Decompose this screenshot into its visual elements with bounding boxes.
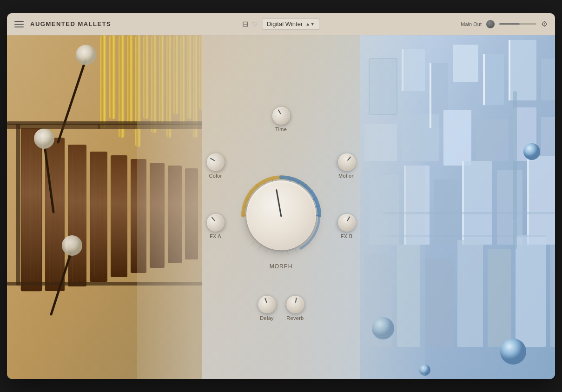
reverb-label: Reverb [286, 315, 304, 321]
fxb-knob-wrapper: FX B [338, 214, 356, 239]
time-knob-wrapper: Time [272, 107, 290, 132]
motion-knob-wrapper: Motion [338, 153, 356, 179]
color-label: Color [209, 173, 222, 179]
morph-knob[interactable] [246, 180, 316, 250]
svg-line-114 [258, 246, 261, 249]
controls-container: Time Color Motion FX A [193, 107, 370, 330]
reverb-knob-wrapper: Reverb [286, 296, 304, 321]
fxa-knob-wrapper: FX A [207, 214, 225, 239]
time-label: Time [275, 126, 287, 132]
morph-outer [237, 171, 325, 259]
color-knob-wrapper: Color [207, 153, 225, 179]
menu-button[interactable] [14, 21, 24, 27]
svg-line-116 [274, 250, 275, 254]
fxb-label: FX B [341, 233, 353, 239]
delay-label: Delay [260, 315, 274, 321]
preset-name: Digital Winter [267, 20, 303, 27]
fxa-label: FX A [210, 233, 221, 239]
app-title: AUGMENTED MALLETS [30, 20, 111, 27]
volume-slider[interactable] [499, 23, 536, 25]
volume-knob[interactable] [486, 20, 495, 28]
motion-knob[interactable] [335, 151, 358, 173]
fxa-knob[interactable] [204, 211, 227, 234]
favorite-icon[interactable]: ♡ [252, 20, 258, 28]
preset-selector[interactable]: Digital Winter ▲▼ [262, 18, 320, 30]
morph-label: MORPH [270, 263, 293, 270]
center-controls: Time Color Motion FX A [7, 58, 555, 379]
header-right: Main Out ⚙ [461, 20, 548, 28]
svg-line-113 [251, 242, 254, 245]
settings-icon[interactable]: ⚙ [541, 20, 548, 28]
svg-line-118 [287, 250, 288, 254]
browser-icon[interactable]: ⊟ [242, 20, 248, 28]
time-knob[interactable] [270, 105, 292, 126]
svg-line-115 [266, 249, 268, 252]
fxb-knob[interactable] [336, 212, 357, 233]
morph-container: MORPH [237, 171, 325, 270]
delay-knob[interactable] [257, 294, 277, 314]
delay-knob-wrapper: Delay [258, 296, 276, 321]
svg-line-119 [295, 249, 297, 252]
color-knob[interactable] [204, 150, 228, 174]
reverb-knob[interactable] [285, 295, 304, 314]
preset-arrows: ▲▼ [305, 21, 315, 27]
background: Time Color Motion FX A [7, 35, 555, 379]
main-out-label: Main Out [461, 21, 482, 27]
motion-label: Motion [338, 173, 355, 179]
header-center: ⊟ ♡ Digital Winter ▲▼ [242, 18, 320, 30]
app-window: AUGMENTED MALLETS ⊟ ♡ Digital Winter ▲▼ … [7, 13, 555, 379]
header-bar: AUGMENTED MALLETS ⊟ ♡ Digital Winter ▲▼ … [7, 13, 555, 35]
